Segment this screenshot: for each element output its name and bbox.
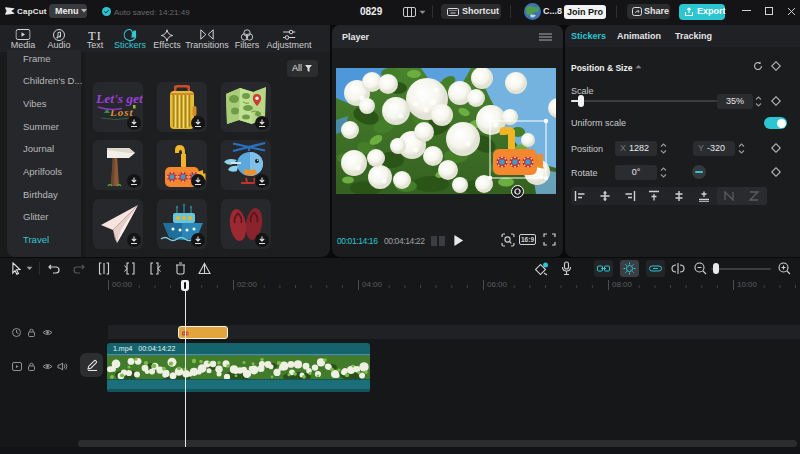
svg-text:Let's get: Let's get	[95, 91, 143, 106]
